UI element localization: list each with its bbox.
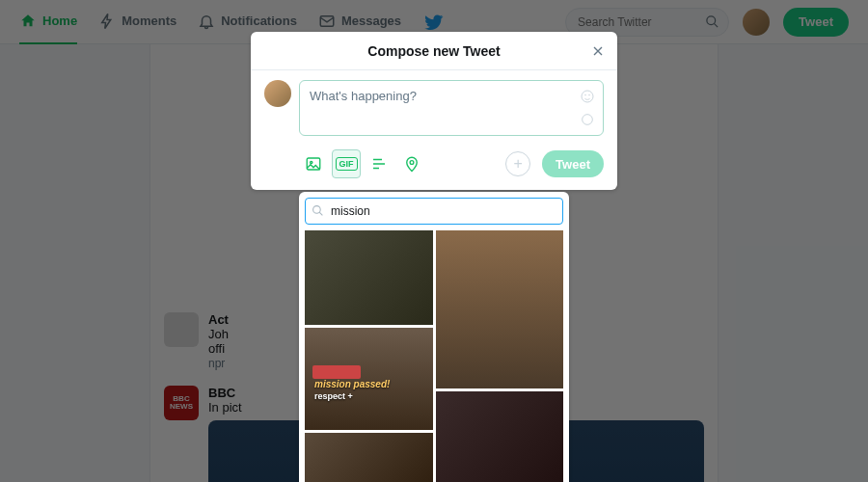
gif-result[interactable]: [305, 230, 433, 325]
add-tweet-button[interactable]: +: [505, 151, 530, 176]
modal-header: Compose new Tweet: [251, 32, 617, 70]
compose-textarea[interactable]: What's happening?: [299, 80, 604, 136]
gif-picker-panel: mission passed! respect + On a mission.: [299, 192, 569, 482]
modal-title: Compose new Tweet: [367, 43, 500, 59]
svg-point-8: [410, 161, 414, 165]
gif-column: mission passed! respect + On a mission.: [305, 230, 433, 482]
gif-column: [436, 230, 564, 482]
compose-modal: Compose new Tweet What's happening? GIF: [251, 32, 617, 190]
image-tool[interactable]: [299, 149, 328, 178]
gif-result[interactable]: [436, 230, 564, 388]
location-icon: [403, 155, 420, 173]
compose-body: What's happening?: [251, 70, 617, 144]
svg-point-3: [585, 94, 586, 95]
svg-point-7: [311, 161, 312, 163]
poll-tool[interactable]: [365, 149, 393, 178]
gif-tool[interactable]: GIF: [332, 149, 361, 178]
gif-results-grid: mission passed! respect + On a mission.: [305, 230, 563, 482]
svg-point-4: [589, 94, 590, 95]
gif-result[interactable]: On a mission.: [305, 433, 433, 482]
thread-circle-icon[interactable]: [580, 112, 595, 127]
poll-icon: [370, 155, 388, 173]
location-tool[interactable]: [397, 149, 426, 178]
gif-overlay-text: mission passed!: [314, 379, 390, 389]
close-icon[interactable]: [590, 43, 606, 59]
compose-placeholder: What's happening?: [310, 89, 417, 103]
search-icon: [312, 204, 324, 217]
gif-result[interactable]: mission passed! respect +: [305, 328, 433, 430]
tweet-submit-button[interactable]: Tweet: [542, 150, 604, 177]
gif-overlay-text: respect +: [314, 391, 353, 401]
gif-search-input[interactable]: [305, 198, 563, 225]
svg-point-2: [582, 91, 593, 102]
gif-search-wrap: [305, 198, 563, 225]
image-icon: [305, 155, 322, 173]
modal-stack: Compose new Tweet What's happening? GIF: [251, 32, 617, 482]
svg-point-5: [583, 115, 593, 125]
gif-result[interactable]: [436, 391, 564, 482]
gif-badge: GIF: [336, 157, 358, 171]
compose-avatar: [264, 80, 291, 107]
svg-point-9: [313, 206, 321, 214]
emoji-icon[interactable]: [580, 89, 595, 104]
compose-toolbar: GIF + Tweet: [251, 144, 617, 190]
